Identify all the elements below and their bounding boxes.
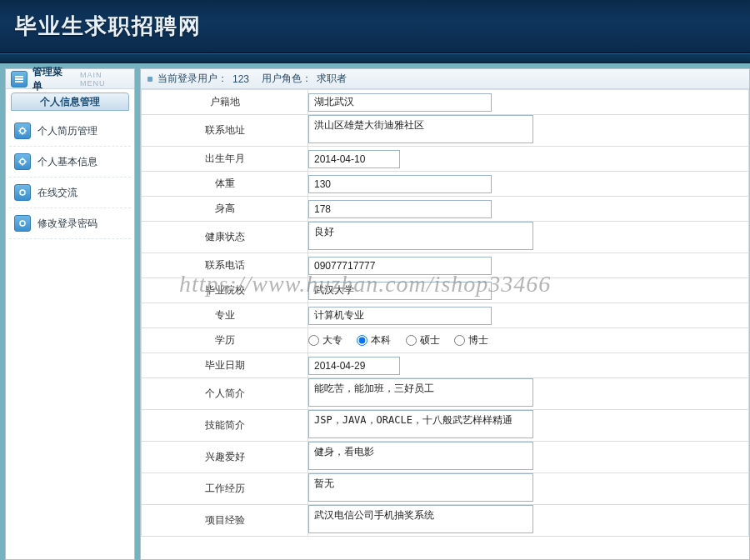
label-major: 专业 xyxy=(142,303,308,328)
input-health[interactable]: 良好 xyxy=(308,222,533,250)
sidebar-item-label: 个人基本信息 xyxy=(38,155,98,169)
label-address: 联系地址 xyxy=(142,115,308,147)
label-hukou: 户籍地 xyxy=(142,90,308,115)
radio-label: 博士 xyxy=(468,333,488,348)
label-school: 毕业院校 xyxy=(142,278,308,303)
gear-icon xyxy=(14,215,31,232)
input-proj-exp[interactable]: 武汉电信公司手机抽奖系统 xyxy=(308,505,533,533)
degree-option-shuoshi[interactable]: 硕士 xyxy=(406,333,440,348)
row-school: 毕业院校 xyxy=(142,278,749,303)
sidebar-item-resume[interactable]: 个人简历管理 xyxy=(9,116,131,147)
sidebar-item-chat[interactable]: 在线交流 xyxy=(9,178,131,208)
gear-icon xyxy=(14,122,31,139)
app-banner: 毕业生求职招聘网 xyxy=(0,0,750,53)
gear-icon xyxy=(14,184,31,201)
radio-boshi[interactable] xyxy=(454,335,465,346)
sidebar: 管理菜单 MAIN MENU 个人信息管理 个人简历管理 个人基本信息 在线交流… xyxy=(5,68,135,560)
degree-option-benke[interactable]: 本科 xyxy=(357,333,391,348)
content-panel: 当前登录用户： 123 用户角色： 求职者 户籍地 联系地址 洪山区雄楚大街迪雅… xyxy=(140,68,750,560)
workspace: 管理菜单 MAIN MENU 个人信息管理 个人简历管理 个人基本信息 在线交流… xyxy=(0,63,750,560)
label-degree: 学历 xyxy=(142,328,308,353)
input-grad-date[interactable] xyxy=(308,357,400,375)
row-health: 健康状态 良好 xyxy=(142,222,749,253)
svg-point-6 xyxy=(20,221,25,226)
sidebar-item-password[interactable]: 修改登录密码 xyxy=(9,208,131,239)
input-school[interactable] xyxy=(308,282,492,300)
degree-option-dazhuan[interactable]: 大专 xyxy=(308,333,342,348)
input-hukou[interactable] xyxy=(308,93,492,112)
banner-divider xyxy=(0,53,750,63)
form-scroll[interactable]: 户籍地 联系地址 洪山区雄楚大街迪雅社区 出生年月 体重 身高 xyxy=(141,89,749,559)
row-height: 身高 xyxy=(142,197,749,222)
label-grad-date: 毕业日期 xyxy=(142,353,308,378)
degree-radio-group: 大专 本科 硕士 博士 xyxy=(308,337,500,348)
label-phone: 联系电话 xyxy=(142,253,308,278)
row-profile: 个人简介 能吃苦，能加班，三好员工 xyxy=(142,378,749,410)
row-proj-exp: 项目经验 武汉电信公司手机抽奖系统 xyxy=(142,505,749,537)
row-hukou: 户籍地 xyxy=(142,90,749,115)
input-profile[interactable]: 能吃苦，能加班，三好员工 xyxy=(308,378,533,407)
label-birth: 出生年月 xyxy=(142,147,308,172)
label-skills: 技能简介 xyxy=(142,410,308,442)
sidebar-title: 管理菜单 MAIN MENU xyxy=(6,69,134,89)
sidebar-group-tab[interactable]: 个人信息管理 xyxy=(11,92,129,111)
sidebar-group-label: 个人信息管理 xyxy=(40,95,100,109)
label-hobby: 兴趣爱好 xyxy=(142,442,308,473)
crumb-user: 123 xyxy=(232,73,249,85)
sidebar-item-label: 修改登录密码 xyxy=(38,217,98,231)
row-address: 联系地址 洪山区雄楚大街迪雅社区 xyxy=(142,115,749,147)
row-work-exp: 工作经历 暂无 xyxy=(142,473,749,505)
input-skills[interactable]: JSP，JAVA，ORACLE，十八般武艺样样精通 xyxy=(308,410,533,438)
label-proj-exp: 项目经验 xyxy=(142,505,308,537)
crumb-user-prefix: 当前登录用户： xyxy=(158,72,228,86)
dot-icon xyxy=(148,77,152,82)
row-skills: 技能简介 JSP，JAVA，ORACLE，十八般武艺样样精通 xyxy=(142,410,749,442)
row-birth: 出生年月 xyxy=(142,147,749,172)
row-weight: 体重 xyxy=(142,172,749,197)
row-degree: 学历 大专 本科 硕士 博士 xyxy=(142,328,749,353)
svg-point-4 xyxy=(20,159,25,164)
breadcrumb: 当前登录用户： 123 用户角色： 求职者 xyxy=(141,69,749,89)
row-hobby: 兴趣爱好 健身，看电影 xyxy=(142,442,749,473)
gear-icon xyxy=(14,153,31,170)
svg-point-5 xyxy=(20,190,25,195)
radio-label: 本科 xyxy=(371,333,391,348)
sidebar-nav: 个人简历管理 个人基本信息 在线交流 修改登录密码 xyxy=(6,112,134,242)
sidebar-item-label: 在线交流 xyxy=(38,186,78,200)
svg-rect-0 xyxy=(15,76,23,78)
sidebar-item-basic-info[interactable]: 个人基本信息 xyxy=(9,147,131,178)
app-title: 毕业生求职招聘网 xyxy=(15,12,202,41)
svg-rect-1 xyxy=(15,78,23,80)
svg-rect-2 xyxy=(15,81,23,82)
input-address[interactable]: 洪山区雄楚大街迪雅社区 xyxy=(308,115,533,143)
label-profile: 个人简介 xyxy=(142,378,308,410)
input-phone[interactable] xyxy=(308,257,492,275)
input-major[interactable] xyxy=(308,307,492,325)
radio-label: 硕士 xyxy=(420,333,440,348)
input-weight[interactable] xyxy=(308,175,492,193)
row-phone: 联系电话 xyxy=(142,253,749,278)
label-weight: 体重 xyxy=(142,172,308,197)
menu-icon xyxy=(11,71,28,88)
label-height: 身高 xyxy=(142,197,308,222)
row-grad-date: 毕业日期 xyxy=(142,353,749,378)
crumb-role-prefix: 用户角色： xyxy=(262,72,312,86)
radio-label: 大专 xyxy=(322,333,342,348)
input-work-exp[interactable]: 暂无 xyxy=(308,473,533,502)
radio-shuoshi[interactable] xyxy=(406,335,417,346)
sidebar-item-label: 个人简历管理 xyxy=(38,124,98,138)
radio-dazhuan[interactable] xyxy=(308,335,319,346)
input-height[interactable] xyxy=(308,200,492,218)
degree-option-boshi[interactable]: 博士 xyxy=(454,333,488,348)
input-birth[interactable] xyxy=(308,150,400,168)
crumb-role: 求职者 xyxy=(317,72,347,86)
label-health: 健康状态 xyxy=(142,222,308,253)
sidebar-subtitle: MAIN MENU xyxy=(80,71,129,88)
profile-form: 户籍地 联系地址 洪山区雄楚大街迪雅社区 出生年月 体重 身高 xyxy=(141,89,749,537)
radio-benke[interactable] xyxy=(357,335,368,346)
label-work-exp: 工作经历 xyxy=(142,473,308,505)
sidebar-title-text: 管理菜单 xyxy=(32,65,72,93)
row-major: 专业 xyxy=(142,303,749,328)
input-hobby[interactable]: 健身，看电影 xyxy=(308,442,533,470)
